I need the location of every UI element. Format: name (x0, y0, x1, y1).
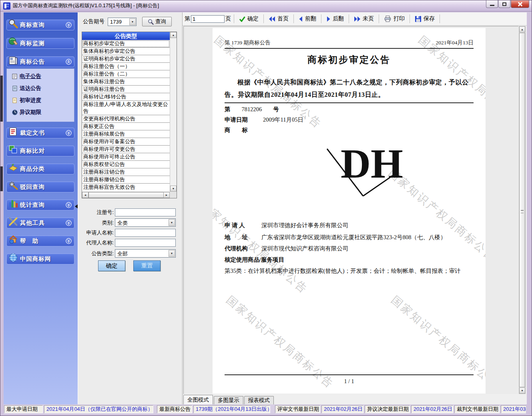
newspaper-icon (8, 55, 18, 66)
confirm-page-button[interactable]: 确定 (237, 14, 261, 23)
previous-page-button[interactable]: 前翻 (297, 14, 318, 23)
list-item[interactable]: 商标使用许可备案公告 (82, 138, 170, 146)
list-item[interactable]: 商标更正公告 (82, 123, 170, 130)
chevron-down-icon[interactable] (66, 22, 72, 28)
list-item[interactable]: 证明商标注册公告 (82, 86, 170, 93)
submenu-item-preliminary-progress[interactable]: 初审进度 (12, 97, 41, 104)
minimize-button[interactable] (486, 0, 498, 8)
combo-arrow-icon[interactable]: ▼ (169, 219, 175, 226)
registration-number-input[interactable] (115, 208, 176, 216)
scrollbar-thumb[interactable] (519, 33, 525, 387)
status-value: 1739期（2021年04月13日出版） (193, 405, 270, 413)
list-item[interactable]: 集体商标初步审定公告 (82, 48, 170, 55)
list-item[interactable]: 集体商标注册公告 (82, 78, 170, 86)
sidebar-item-goods-classification[interactable]: 商品分类 (6, 164, 74, 174)
chevron-down-icon[interactable] (66, 130, 72, 136)
tab-report-mode[interactable]: 报表模式 (244, 396, 274, 404)
agent-name-input[interactable] (115, 239, 176, 247)
scroll-down-icon[interactable]: ▼ (519, 388, 525, 394)
scrollbar-corner (170, 192, 177, 198)
sidebar-item-trademark-monitor[interactable]: 商标监测 (6, 38, 74, 49)
watermark: 国家知识产权局商标公告 (223, 293, 337, 392)
submenu-item-delivery-gazette[interactable]: 送达公告 (12, 85, 41, 92)
app-logo-icon (3, 2, 10, 10)
list-item[interactable]: 注册商标宣告无效公告 (82, 184, 170, 192)
page-number-input[interactable] (191, 15, 225, 23)
list-item[interactable]: 注册商标续展公告 (82, 130, 170, 138)
chevron-up-icon[interactable] (66, 59, 72, 65)
list-item[interactable]: 注册商标撤销公告 (82, 176, 170, 184)
sidebar-item-trademark-compare[interactable]: 商标比对 (6, 146, 74, 156)
sidebar-item-trademark-search[interactable]: 商标查询 (6, 20, 74, 30)
period-combo[interactable]: 1739 ▼ (108, 18, 137, 26)
viewer-vertical-scrollbar[interactable]: ▲ ▼ (519, 26, 526, 394)
printer-icon (384, 15, 391, 22)
confirm-button[interactable]: 确定 (98, 260, 125, 271)
save-button[interactable]: 保存 (413, 14, 437, 23)
list-item[interactable]: 商标质权登记公告 (82, 161, 170, 168)
sidebar-item-statistics-search[interactable]: 统计查询 (6, 200, 74, 210)
bar-chart-icon (8, 198, 18, 209)
chevron-down-icon[interactable] (66, 238, 72, 244)
scroll-up-icon[interactable]: ▲ (519, 26, 525, 32)
vertical-scrollbar[interactable]: ▲ ▼ (170, 32, 177, 192)
body-rule (225, 102, 474, 103)
sidebar-item-trademark-gazette[interactable]: 商标公告 (6, 56, 74, 67)
scroll-up-icon[interactable]: ▲ (170, 32, 177, 38)
search-icon (8, 18, 18, 29)
first-page-button[interactable]: 首页 (267, 14, 291, 23)
scroll-right-icon[interactable]: ► (163, 192, 170, 198)
title-bar: 国方中国商标查询监测软件(远程版)V1.0.175[1号线路] - [商标公告] (0, 0, 532, 12)
toolbar-separator (263, 14, 264, 23)
scroll-document-icon (12, 73, 18, 80)
status-label: 最大申请日期 (4, 405, 43, 413)
class-select[interactable]: 全类 ▼ (115, 218, 176, 227)
tab-multi-image-mode[interactable]: 多图显示 (214, 396, 243, 404)
status-label: 最新商标公告 (157, 405, 192, 413)
search-button[interactable]: 查询 (142, 17, 172, 26)
scrollbar-thumb[interactable] (88, 192, 167, 198)
combo-arrow-icon[interactable]: ▼ (129, 18, 136, 25)
chevron-down-icon[interactable] (66, 220, 72, 226)
toolbar-separator (410, 14, 410, 23)
list-item[interactable]: 商标初步审定公告 (82, 40, 170, 48)
list-item[interactable]: 商标注册人/申请人名义及地址变更公告 (82, 101, 170, 115)
scroll-left-icon[interactable]: ◄ (82, 192, 88, 198)
status-value: 2021年04月04日（仅限已在官网公开的商标） (44, 405, 153, 413)
tab-full-image-mode[interactable]: 全图模式 (183, 395, 213, 404)
list-item[interactable]: 证明商标初步审定公告 (82, 55, 170, 63)
print-button[interactable]: 打印 (382, 14, 407, 23)
sidebar-item-china-trademark-net[interactable]: 中国商标网 (6, 254, 74, 264)
next-page-button[interactable]: 后翻 (324, 14, 346, 23)
list-item[interactable]: 商标转让/移转公告 (82, 93, 170, 101)
sidebar-item-help[interactable]: 帮 助 (6, 236, 74, 246)
list-item[interactable]: 商标注册公告（一） (82, 63, 170, 70)
horizontal-scrollbar[interactable]: ◄ ► (82, 192, 170, 198)
sidebar-item-ruling-documents[interactable]: 裁定文书 (6, 128, 74, 138)
list-item[interactable]: 注册商标注销公告 (82, 168, 170, 176)
next-page-icon (326, 16, 331, 22)
gazette-title: 商标初步审定公告 (213, 54, 486, 66)
reset-button[interactable]: 重置 (133, 260, 161, 271)
frame-shadow (0, 76, 3, 122)
sidebar-item-other-tools[interactable]: 其他工具 (6, 218, 74, 228)
chevron-down-icon[interactable] (66, 202, 72, 208)
submenu-item-electronic-gazette[interactable]: 电子公告 (12, 73, 41, 80)
scroll-down-icon[interactable]: ▼ (170, 186, 177, 192)
toolbar-separator (349, 14, 349, 23)
submenu-item-opposition-period[interactable]: 异议期限 (12, 109, 41, 116)
floppy-save-icon (415, 16, 422, 22)
combo-arrow-icon[interactable]: ▼ (169, 250, 175, 257)
list-item[interactable]: 商标使用许可终止公告 (82, 153, 170, 161)
list-item[interactable]: 商标注册公告（二） (82, 70, 170, 78)
sidebar-item-rejection-search[interactable]: 驳回查询 (6, 182, 74, 192)
splitter-collapse-icon[interactable] (75, 204, 78, 208)
maximize-button[interactable] (498, 0, 510, 8)
last-page-button[interactable]: 未页 (352, 14, 376, 23)
applicant-name-input[interactable] (115, 229, 176, 237)
announcement-type-select[interactable]: 全部 ▼ (115, 249, 176, 258)
gazette-date: 2021年04月13日 (436, 39, 474, 46)
close-button[interactable] (511, 0, 529, 8)
list-item[interactable]: 变更商标代理机构公告 (82, 115, 170, 123)
list-item[interactable]: 商标使用许可变更公告 (82, 146, 170, 153)
